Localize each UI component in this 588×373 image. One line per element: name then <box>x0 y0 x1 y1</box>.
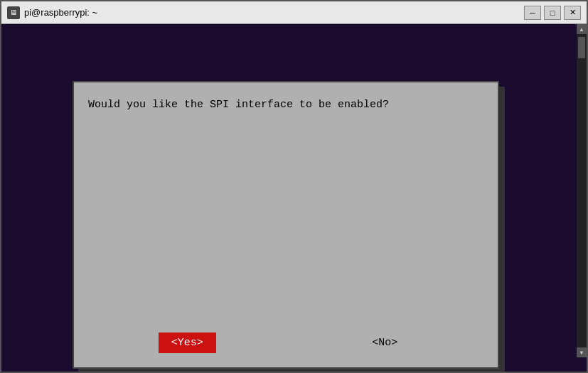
scrollbar-thumb[interactable] <box>578 37 585 58</box>
dialog-box: Would you like the SPI interface to be e… <box>73 81 499 369</box>
yes-button[interactable]: <Yes> <box>159 333 216 353</box>
maximize-button[interactable]: □ <box>544 6 561 20</box>
title-bar: 🖥 pi@raspberrypi: ~ ─ □ ✕ <box>1 1 587 24</box>
no-button[interactable]: <No> <box>356 333 413 353</box>
close-button[interactable]: ✕ <box>564 6 581 20</box>
dialog-buttons: <Yes> <No> <box>88 325 483 353</box>
scrollbar: ▲ ▼ <box>577 24 587 357</box>
window-title: pi@raspberrypi: ~ <box>24 7 97 18</box>
dialog-message: Would you like the SPI interface to be e… <box>88 97 483 114</box>
terminal-window: 🖥 pi@raspberrypi: ~ ─ □ ✕ Would you like… <box>0 0 588 373</box>
window-controls: ─ □ ✕ <box>524 6 581 20</box>
scroll-up-arrow[interactable]: ▲ <box>577 24 587 34</box>
minimize-button[interactable]: ─ <box>524 6 541 20</box>
terminal-area: Would you like the SPI interface to be e… <box>1 24 587 372</box>
scroll-down-arrow[interactable]: ▼ <box>577 347 587 357</box>
title-bar-left: 🖥 pi@raspberrypi: ~ <box>7 6 97 19</box>
app-icon: 🖥 <box>7 6 20 19</box>
